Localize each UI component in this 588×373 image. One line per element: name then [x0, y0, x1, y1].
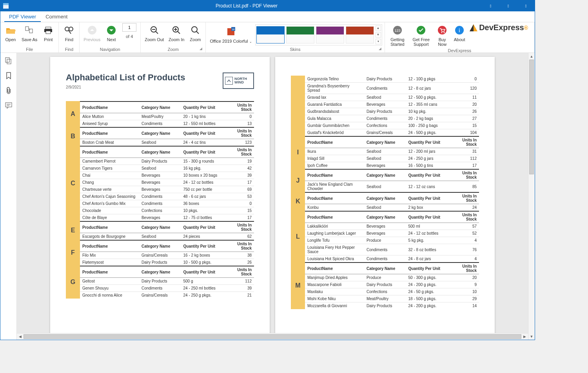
skins-dropdown[interactable]: 19 Office 2019 Colorful ⌄	[208, 25, 253, 45]
getting-started-button[interactable]: 123 Getting Started	[387, 23, 408, 47]
find-button[interactable]: Find	[61, 23, 77, 43]
table-row: ChangBeverages24 - 12 oz bottles17	[80, 179, 254, 186]
alpha-letter: C	[66, 146, 80, 221]
table-row: Aniseed SyrupCondiments12 - 550 ml bottl…	[80, 120, 254, 127]
skin-scroll-more[interactable]: ▾	[376, 39, 381, 44]
horizontal-scrollbar[interactable]: ◀ ▶	[17, 333, 528, 340]
table-row: GeitostDairy Products500 g112	[80, 278, 254, 285]
col-unitsinstock: Units In Stock	[451, 169, 479, 181]
attachments-icon[interactable]	[3, 85, 14, 96]
minimize-button[interactable]: 	[482, 0, 499, 11]
close-button[interactable]: 	[517, 0, 535, 11]
group-label-navigation: Navigation	[82, 46, 138, 53]
vscroll-thumb[interactable]	[529, 60, 534, 174]
hscroll-thumb[interactable]	[24, 334, 521, 339]
svg-rect-1	[3, 3, 9, 5]
print-button[interactable]: Print	[40, 23, 56, 43]
doc-date: 2/9/2021	[66, 85, 185, 89]
table-row: Alice MuttonMeat/Poultry20 - 1 kg tins0	[80, 113, 254, 120]
col-productname: ProductName	[305, 192, 364, 204]
col-quantity: Quantity Per Unit	[181, 146, 226, 158]
svg-rect-33	[7, 59, 11, 64]
tab-pdfviewer[interactable]: PDF Viewer	[4, 12, 41, 22]
tab-comment[interactable]: Comment	[41, 12, 72, 22]
ribbon-group-devexpress: 123 Getting Started Get Free Support Buy…	[385, 22, 535, 53]
col-quantity: Quantity Per Unit	[181, 266, 226, 278]
doc-title: Alphabetical List of Products	[66, 72, 185, 83]
scroll-right-arrow[interactable]: ▶	[521, 333, 528, 340]
zoom-in-icon	[170, 24, 183, 36]
thumbnails-icon[interactable]	[3, 55, 14, 66]
col-categoryname: Category Name	[364, 211, 406, 223]
table-row: Gnocchi di nonna AliceGrains/Cereals24 -…	[80, 292, 254, 299]
buy-now-button[interactable]: Buy Now	[434, 23, 450, 47]
col-productname: ProductName	[80, 240, 139, 252]
alpha-letter	[291, 76, 305, 136]
pages-area[interactable]: Alphabetical List of Products 2/9/2021 N…	[17, 53, 528, 333]
group-label-zoom: Zoom	[143, 46, 203, 53]
svg-rect-34	[5, 103, 12, 107]
skin-scroll-up[interactable]: ▲	[376, 25, 381, 31]
table-row: Carnarvon TigersSeafood16 kg pkg.42	[80, 165, 254, 172]
svg-line-20	[196, 31, 199, 34]
titlebar: Product List.pdf - PDF Viewer   	[0, 0, 535, 11]
maximize-button[interactable]: 	[499, 0, 517, 11]
col-quantity: Quantity Per Unit	[181, 221, 226, 233]
col-categoryname: Category Name	[139, 221, 181, 233]
svg-text:123: 123	[394, 29, 400, 33]
alpha-letter: A	[66, 101, 80, 127]
skins-dialog-launcher[interactable]: ◢	[379, 47, 383, 51]
next-button[interactable]: Next	[103, 23, 119, 43]
zoom-out-icon	[148, 24, 161, 36]
table-row: IkuraSeafood12 - 200 ml jars31	[305, 148, 479, 155]
skin-scroll-down[interactable]: ▼	[376, 32, 381, 38]
col-productname: ProductName	[80, 101, 139, 113]
skin-swatch-blue[interactable]	[256, 26, 285, 43]
table-row: ChaiBeverages10 boxes x 20 bags39	[80, 172, 254, 179]
vertical-scrollbar[interactable]: ▲ ▼	[528, 53, 535, 340]
svg-line-18	[178, 31, 180, 34]
scroll-left-arrow[interactable]: ◀	[17, 333, 24, 340]
zoom-dialog-launcher[interactable]: ◢	[200, 47, 204, 51]
save-as-button[interactable]: Save As	[20, 23, 39, 43]
col-quantity: Quantity Per Unit	[406, 211, 451, 223]
group-label-skins: Skins	[208, 46, 382, 53]
col-productname: ProductName	[305, 136, 364, 148]
info-icon: i	[453, 24, 466, 36]
col-categoryname: Category Name	[364, 169, 406, 181]
table-row: Boston Crab MeatSeafood24 - 4 oz tins123	[80, 139, 254, 146]
table-row: Mishi Kobe NikuMeat/Poultry18 - 500 g pk…	[305, 295, 479, 302]
table-row: Chartreuse verteBeverages750 cc per bott…	[80, 186, 254, 193]
col-unitsinstock: Units In Stock	[226, 101, 254, 113]
alpha-letter: B	[66, 127, 80, 146]
col-categoryname: Category Name	[364, 192, 406, 204]
skin-swatch-purple[interactable]	[316, 26, 344, 43]
col-productname: ProductName	[80, 266, 139, 278]
alpha-section: FProductNameCategory NameQuantity Per Un…	[66, 240, 254, 266]
col-unitsinstock: Units In Stock	[451, 263, 479, 274]
page-number-input[interactable]	[122, 23, 136, 32]
northwind-logo: NORTHWIND	[223, 72, 254, 89]
table-row: Camembert PierrotDairy Products15 - 300 …	[80, 158, 254, 165]
comments-icon[interactable]	[3, 100, 14, 111]
table-row: Chef Anton's Cajun SeasoningCondiments48…	[80, 193, 254, 200]
open-button[interactable]: Open	[3, 23, 18, 43]
bookmarks-icon[interactable]	[3, 70, 14, 81]
col-categoryname: Category Name	[139, 127, 181, 139]
skin-swatch-red[interactable]	[346, 26, 374, 43]
table-row: Grandma's Boysenberry SpreadCondiments12…	[305, 83, 479, 94]
col-unitsinstock: Units In Stock	[451, 192, 479, 204]
scroll-down-arrow[interactable]: ▼	[528, 333, 535, 340]
check-circle-icon	[415, 24, 427, 36]
col-productname: ProductName	[305, 211, 364, 223]
get-support-button[interactable]: Get Free Support	[409, 23, 433, 47]
scroll-up-arrow[interactable]: ▲	[528, 53, 535, 60]
zoom-out-button[interactable]: Zoom Out	[143, 23, 165, 43]
zoom-button[interactable]: Zoom	[187, 23, 203, 43]
skin-swatch-green[interactable]	[286, 26, 314, 43]
zoom-in-button[interactable]: Zoom In	[167, 23, 186, 43]
col-productname: ProductName	[80, 146, 139, 158]
svg-rect-6	[46, 31, 51, 34]
about-button[interactable]: i About	[452, 23, 467, 43]
app-window: Product List.pdf - PDF Viewer    PDF …	[0, 0, 535, 340]
